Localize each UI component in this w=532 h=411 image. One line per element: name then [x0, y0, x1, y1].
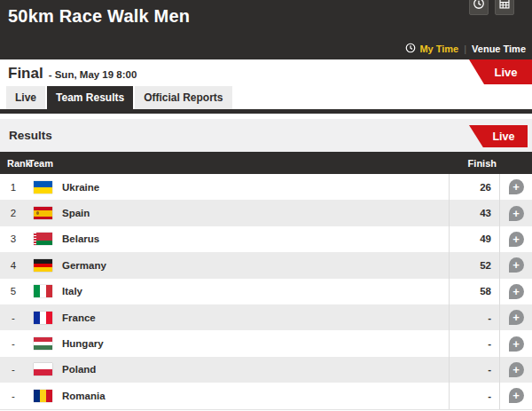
- time-mode-toggle: My Time | Venue Time: [405, 43, 528, 55]
- rank-cell: 2: [0, 208, 27, 218]
- column-header-finish: Finish: [468, 158, 532, 169]
- tab-bar: Live Team Results Official Reports: [0, 86, 532, 109]
- rank-cell: -: [0, 391, 27, 401]
- ukraine-flag-icon: [34, 181, 52, 194]
- expand-row-button[interactable]: +: [509, 362, 524, 377]
- event-datetime: - Sun, May 19 8:00: [49, 69, 137, 80]
- france-flag-icon: [34, 312, 52, 324]
- tab-official-reports[interactable]: Official Reports: [135, 86, 231, 109]
- my-time-label: My Time: [419, 43, 458, 54]
- spain-flag-icon: [34, 207, 52, 219]
- romania-flag-icon: [34, 390, 52, 402]
- team-name: France: [62, 312, 96, 323]
- expand-cell: +: [499, 252, 532, 278]
- venue-time-toggle[interactable]: Venue Time: [472, 43, 528, 54]
- table-row: 1 Ukraine 26 +: [0, 174, 532, 200]
- toggle-separator: |: [464, 43, 466, 54]
- plus-icon: +: [512, 286, 520, 297]
- expand-row-button[interactable]: +: [509, 310, 524, 325]
- results-table-body: 1 Ukraine 26 + 2 Spain 43 + 3 Belarus 49: [0, 174, 532, 410]
- plus-icon: +: [512, 259, 520, 271]
- expand-row-button[interactable]: +: [509, 232, 524, 247]
- team-name: Romania: [62, 391, 106, 401]
- finish-cell: -: [449, 383, 499, 408]
- expand-row-button[interactable]: +: [509, 257, 524, 273]
- finish-cell: 26: [449, 174, 499, 200]
- expand-cell: +: [499, 357, 532, 383]
- finish-cell: -: [449, 304, 499, 330]
- live-status-badge: Live: [469, 59, 532, 84]
- calendar-button[interactable]: [495, 0, 514, 15]
- finish-cell: 52: [449, 252, 499, 278]
- germany-flag-icon: [34, 259, 52, 272]
- table-row: 4 Germany 52 +: [0, 252, 532, 278]
- italy-flag-icon: [34, 285, 52, 297]
- expand-row-button[interactable]: +: [509, 336, 524, 352]
- team-name: Spain: [62, 208, 90, 218]
- expand-row-button[interactable]: +: [509, 388, 524, 403]
- plus-icon: +: [512, 181, 520, 193]
- my-time-toggle[interactable]: My Time: [405, 43, 458, 55]
- hungary-flag-icon: [34, 337, 52, 350]
- table-row: 3 Belarus 49 +: [0, 226, 532, 252]
- belarus-flag-icon: [34, 233, 52, 245]
- plus-icon: +: [512, 312, 520, 323]
- round-header: Final - Sun, May 19 8:00 Live: [0, 59, 532, 86]
- plus-icon: +: [512, 208, 520, 219]
- column-header-rank: Rank: [0, 158, 28, 169]
- team-name: Belarus: [62, 233, 99, 244]
- results-live-badge: Live: [469, 125, 528, 147]
- rank-cell: -: [0, 364, 27, 375]
- page-title: 50km Race Walk Men: [0, 0, 532, 27]
- expand-cell: +: [499, 383, 532, 408]
- team-name: Hungary: [62, 338, 104, 349]
- plus-icon: +: [512, 364, 520, 375]
- poland-flag-icon: [34, 363, 52, 375]
- expand-cell: +: [499, 226, 532, 252]
- plus-icon: +: [512, 390, 520, 401]
- column-header-team: Team: [28, 158, 53, 169]
- clock-icon: [405, 43, 416, 55]
- expand-cell: +: [499, 174, 532, 200]
- table-row: - Hungary - +: [0, 330, 532, 356]
- finish-cell: 43: [449, 200, 499, 225]
- expand-cell: +: [499, 279, 532, 304]
- finish-cell: 49: [449, 226, 499, 252]
- table-row: 5 Italy 58 +: [0, 279, 532, 304]
- calendar-icon: [498, 0, 511, 12]
- plus-icon: +: [512, 338, 520, 350]
- expand-row-button[interactable]: +: [509, 179, 524, 194]
- tab-team-results[interactable]: Team Results: [47, 86, 133, 109]
- expand-row-button[interactable]: +: [509, 206, 524, 221]
- team-name: Poland: [62, 364, 96, 375]
- table-row: 2 Spain 43 +: [0, 200, 532, 225]
- results-live-label: Live: [492, 130, 514, 143]
- finish-cell: -: [449, 357, 499, 383]
- clock-icon: [473, 0, 485, 12]
- expand-row-button[interactable]: +: [509, 284, 524, 299]
- team-name: Germany: [62, 260, 106, 271]
- table-row: - France - +: [0, 304, 532, 330]
- rank-cell: 4: [0, 260, 27, 271]
- rank-cell: 5: [0, 286, 27, 296]
- expand-cell: +: [499, 330, 532, 356]
- plus-icon: +: [512, 233, 520, 245]
- event-header: 50km Race Walk Men: [0, 0, 532, 59]
- finish-cell: 58: [449, 279, 499, 304]
- results-section-header: Results Live: [0, 119, 532, 152]
- finish-cell: -: [449, 330, 499, 356]
- expand-cell: +: [499, 304, 532, 330]
- table-row: - Romania - +: [0, 383, 532, 408]
- rank-cell: 3: [0, 233, 27, 244]
- table-row: - Poland - +: [0, 357, 532, 383]
- live-status-label: Live: [494, 66, 517, 79]
- header-toolbar: [469, 0, 514, 15]
- expand-cell: +: [499, 200, 532, 225]
- tab-live[interactable]: Live: [6, 86, 45, 109]
- rank-cell: -: [0, 338, 27, 349]
- table-header: Rank Team Finish: [0, 152, 532, 174]
- clock-button[interactable]: [469, 0, 489, 15]
- results-title: Results: [9, 129, 52, 142]
- team-name: Ukraine: [62, 182, 99, 193]
- rank-cell: -: [0, 312, 27, 323]
